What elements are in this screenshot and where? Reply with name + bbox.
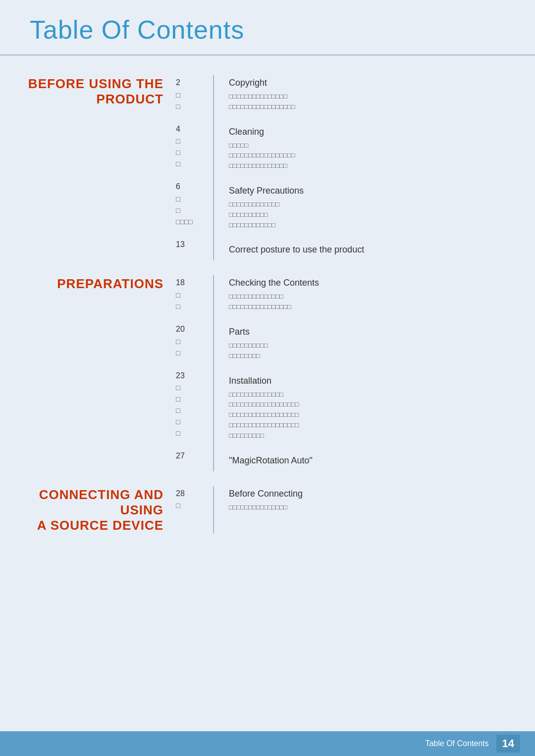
page-num-2: 2 [176, 75, 208, 89]
jp-placeholder-3a: □ [176, 194, 208, 204]
entry-copyright: Copyright □□□□□□□□□□□□□□□ □□□□□□□□□□□□□□… [229, 75, 515, 112]
page-nums-col-before: 2 □ □ 4 □ □ □ 6 □ □ [173, 75, 208, 260]
jp-placeholder-1b: □ [176, 101, 208, 112]
section-connecting: CONNECTING AND USING A SOURCE DEVICE 28 … [20, 486, 515, 534]
divider-prep [213, 275, 214, 471]
jp-text-cleaning: □□□□□ □□□□□□□□□□□□□□□□□ □□□□□□□□□□□□□□□ [229, 141, 515, 171]
jp-placeholder-2b: □ [176, 148, 208, 158]
entry-cleaning: Cleaning □□□□□ □□□□□□□□□□□□□□□□□ □□□□□□□… [229, 124, 515, 171]
header: Table Of Contents [0, 0, 535, 55]
jp-placeholder-2c: □ [176, 159, 208, 169]
divider-before [213, 75, 214, 260]
jp-placeholder-3c: □□□□ [176, 217, 208, 227]
page-nums-col-connect: 28 □ [173, 486, 208, 534]
footer-page: 14 [496, 735, 520, 753]
entry-safety: Safety Precautions □□□□□□□□□□□□□ □□□□□□□… [229, 183, 515, 230]
section-before-using: BEFORE USING THE PRODUCT 2 □ □ 4 [20, 75, 515, 260]
page-nums-col-prep: 18 □ □ 20 □ □ 23 □ □ □ [173, 275, 208, 471]
divider-connect [213, 486, 214, 534]
page-num-13: 13 [176, 237, 208, 251]
entry-posture: Correct posture to use the product [229, 242, 515, 258]
entries-col-prep: Checking the Contents □□□□□□□□□□□□□□ □□□… [219, 275, 515, 471]
entry-magicrotation: "MagicRotation Auto" [229, 453, 515, 469]
entry-checking: Checking the Contents □□□□□□□□□□□□□□ □□□… [229, 275, 515, 312]
page-num-23: 23 [176, 368, 208, 382]
page-num-20: 20 [176, 322, 208, 336]
section-prep-entries-wrap: 18 □ □ 20 □ □ 23 □ □ □ [173, 275, 515, 471]
section-heading-col-connect: CONNECTING AND USING A SOURCE DEVICE [20, 486, 173, 534]
jp-placeholder-2a: □ [176, 136, 208, 147]
section-heading-before: BEFORE USING THE PRODUCT [28, 76, 163, 107]
jp-placeholder-3b: □ [176, 205, 208, 216]
section-connect-entries-wrap: 28 □ Before Connecting □□□□□□□□□□□□□□□ [173, 486, 515, 534]
entry-installation: Installation □□□□□□□□□□□□□□ □□□□□□□□□□□□… [229, 373, 515, 441]
section-heading-col-before: BEFORE USING THE PRODUCT [20, 75, 173, 260]
footer-label: Table Of Contents [425, 739, 488, 748]
page-title: Table Of Contents [30, 15, 505, 45]
jp-text-checking: □□□□□□□□□□□□□□ □□□□□□□□□□□□□□□□ [229, 292, 515, 312]
content-area: BEFORE USING THE PRODUCT 2 □ □ 4 [0, 75, 535, 731]
entry-parts: Parts □□□□□□□□□□ □□□□□□□□ [229, 324, 515, 361]
jp-text-installation: □□□□□□□□□□□□□□ □□□□□□□□□□□□□□□□□□ □□□□□□… [229, 390, 515, 441]
entries-col-connect: Before Connecting □□□□□□□□□□□□□□□ [219, 486, 515, 534]
section-before-entries-wrap: 2 □ □ 4 □ □ □ 6 □ □ [173, 75, 515, 260]
page-num-4: 4 [176, 122, 208, 136]
entry-before-connecting: Before Connecting □□□□□□□□□□□□□□□ [229, 486, 515, 513]
footer: Table Of Contents 14 [0, 731, 535, 756]
jp-text-copyright: □□□□□□□□□□□□□□□ □□□□□□□□□□□□□□□□□ [229, 92, 515, 112]
jp-placeholder-1a: □ [176, 90, 208, 101]
page-num-28: 28 [176, 486, 208, 500]
entries-col-before: Copyright □□□□□□□□□□□□□□□ □□□□□□□□□□□□□□… [219, 75, 515, 260]
page-num-6: 6 [176, 179, 208, 193]
page-num-27: 27 [176, 449, 208, 462]
section-heading-prep: PREPARATIONS [57, 276, 163, 292]
section-preparations: PREPARATIONS 18 □ □ 20 □ □ [20, 275, 515, 471]
jp-text-safety: □□□□□□□□□□□□□ □□□□□□□□□□ □□□□□□□□□□□□ [229, 200, 515, 230]
section-heading-connect: CONNECTING AND USING A SOURCE DEVICE [20, 487, 163, 534]
jp-text-before-connecting: □□□□□□□□□□□□□□□ [229, 503, 515, 513]
section-heading-col-prep: PREPARATIONS [20, 275, 173, 471]
page-num-18: 18 [176, 275, 208, 289]
jp-text-parts: □□□□□□□□□□ □□□□□□□□ [229, 341, 515, 361]
page-container: Table Of Contents BEFORE USING THE PRODU… [0, 0, 535, 756]
